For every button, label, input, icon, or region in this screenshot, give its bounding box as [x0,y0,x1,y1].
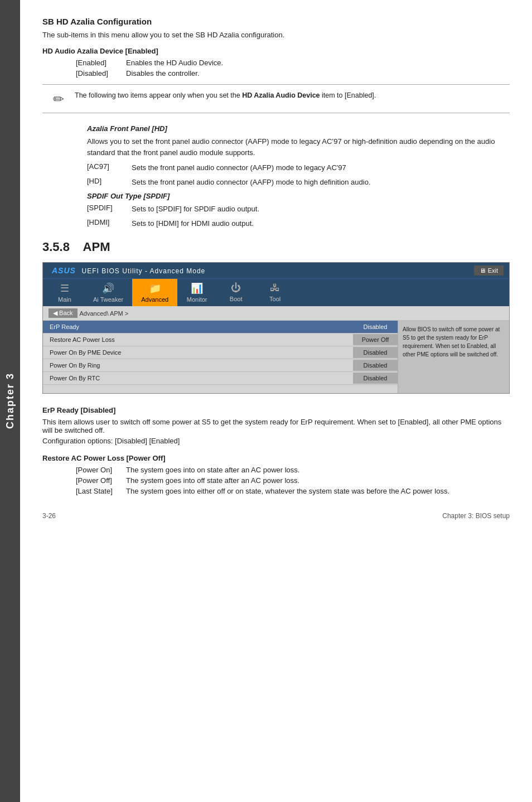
bios-left-panel: ErP Ready Disabled Restore AC Power Loss… [43,321,398,393]
restore-list: [Power On] The system goes into on state… [76,466,510,495]
bios-topbar: ASUS UEFI BIOS Utility - Advanced Mode 🖥… [43,263,509,278]
list-item: [Power Off] The system goes into off sta… [76,476,510,485]
nav-tool-label: Tool [269,296,280,302]
nav-monitor[interactable]: 📊 Monitor [177,279,216,306]
hd-audio-heading: HD Audio Azalia Device [Enabled] [42,47,510,55]
list-item: [HD] Sets the front panel audio connecto… [87,177,510,188]
list-item: [Disabled] Disables the controller. [76,69,510,78]
advanced-icon: 📁 [149,282,161,294]
desc-spdif: Sets to [SPDIF] for SPDIF audio output. [132,204,510,215]
chapter-label: Chapter 3 [4,373,16,429]
term-power-on: [Power On] [76,466,126,474]
nav-advanced-label: Advanced [141,296,168,303]
row-value-erp: Disabled [353,321,398,332]
term-power-off: [Power Off] [76,476,126,485]
nav-boot[interactable]: ⏻ Boot [216,279,255,306]
nav-ai-label: Ai Tweaker [93,296,123,303]
nav-monitor-label: Monitor [187,296,207,303]
bios-nav: ☰ Main 🔊 Ai Tweaker 📁 Advanced 📊 Monitor… [43,278,509,306]
row-value-pme: Disabled [353,347,398,358]
section-number: 3.5.8 [42,240,70,254]
erp-desc1: This item allows user to switch off some… [42,418,510,434]
footer-right: Chapter 3: BIOS setup [442,512,510,520]
term-enabled: [Enabled] [76,59,126,67]
row-value-restore: Power Off [353,334,398,345]
bios-logo: ASUS UEFI BIOS Utility - Advanced Mode [49,267,205,275]
bios-right-panel: Allow BIOS to switch off some power at S… [398,321,509,393]
list-item: [Power On] The system goes into on state… [76,466,510,474]
bios-row-pme[interactable]: Power On By PME Device Disabled [43,346,398,359]
desc-hdmi: Sets to [HDMI] for HDMI audio output. [132,218,510,229]
row-value-ring: Disabled [353,360,398,371]
row-value-rtc: Disabled [353,373,398,384]
footer-left: 3-26 [42,512,56,520]
bios-row-rtc[interactable]: Power On By RTC Disabled [43,372,398,385]
restore-heading: Restore AC Power Loss [Power Off] [42,454,510,462]
desc-hd: Sets the front panel audio connector (AA… [132,177,510,188]
bios-row-restore[interactable]: Restore AC Power Loss Power Off [43,334,398,346]
bios-breadcrumb: ◀ Back Advanced\ APM > [43,306,509,321]
section-number-heading: 3.5.8 APM [42,240,510,254]
nav-main-label: Main [58,296,71,303]
nav-ai-tweaker[interactable]: 🔊 Ai Tweaker [84,279,132,306]
monitor-icon: 🖥 [480,267,486,274]
nav-advanced[interactable]: 📁 Advanced [132,279,177,306]
main-icon: ☰ [60,282,69,294]
row-label-pme: Power On By PME Device [43,346,353,359]
apm-section: 3.5.8 APM ASUS UEFI BIOS Utility - Advan… [42,240,510,495]
desc-power-on: The system goes into on state after an A… [126,466,510,474]
row-label-restore: Restore AC Power Loss [43,334,353,346]
sb-hd-desc: The sub-items in this menu allow you to … [42,31,510,39]
term-disabled: [Disabled] [76,69,126,78]
back-button[interactable]: ◀ Back [49,308,78,318]
ai-tweaker-icon: 🔊 [102,282,114,294]
main-content: SB HD Azalia Configuration The sub-items… [20,0,532,542]
azalia-desc: Allows you to set the front panel audio … [87,136,510,158]
term-spdif: [SPDIF] [87,204,132,215]
bios-title: UEFI BIOS Utility - Advanced Mode [82,267,206,275]
erp-desc2: Configuration options: [Disabled] [Enabl… [42,437,510,445]
azalia-list: [AC97] Sets the front panel audio connec… [87,162,510,187]
sb-hd-title: SB HD Azalia Configuration [42,17,510,26]
list-item: [Last State] The system goes into either… [76,487,510,495]
chapter-sidebar: Chapter 3 [0,0,20,802]
note-text: The following two items appear only when… [75,90,376,101]
list-item: [SPDIF] Sets to [SPDIF] for SPDIF audio … [87,204,510,215]
bios-help-text: Allow BIOS to switch off some power at S… [403,326,500,357]
tool-icon: 🖧 [270,282,280,294]
sb-hd-section: SB HD Azalia Configuration The sub-items… [42,17,510,229]
spdif-heading: SPDIF Out Type [SPDIF] [87,192,510,200]
term-hd: [HD] [87,177,132,188]
monitor-icon: 📊 [191,282,203,294]
erp-section: ErP Ready [Disabled] This item allows us… [42,406,510,445]
breadcrumb-path: Advanced\ APM > [80,310,129,317]
spdif-list: [SPDIF] Sets to [SPDIF] for SPDIF audio … [87,204,510,229]
nav-main[interactable]: ☰ Main [45,279,84,306]
bios-body: ErP Ready Disabled Restore AC Power Loss… [43,321,509,393]
bios-ui: ASUS UEFI BIOS Utility - Advanced Mode 🖥… [42,262,510,394]
note-icon: ✏ [50,91,67,107]
row-label-ring: Power On By Ring [43,359,353,371]
bios-logo-area: ASUS UEFI BIOS Utility - Advanced Mode [49,266,205,275]
section-name: APM [83,240,110,254]
list-item: [Enabled] Enables the HD Audio Device. [76,59,510,67]
nav-boot-label: Boot [230,296,243,302]
bios-row-erp[interactable]: ErP Ready Disabled [43,321,398,334]
desc-power-off: The system goes into off state after an … [126,476,510,485]
list-item: [HDMI] Sets to [HDMI] for HDMI audio out… [87,218,510,229]
boot-icon: ⏻ [231,282,241,294]
azalia-section: Azalia Front Panel [HD] Allows you to se… [87,124,510,229]
bios-row-ring[interactable]: Power On By Ring Disabled [43,359,398,372]
bios-exit-button[interactable]: 🖥 Exit [474,265,504,276]
nav-tool[interactable]: 🖧 Tool [255,279,294,306]
erp-heading: ErP Ready [Disabled] [42,406,510,414]
azalia-heading: Azalia Front Panel [HD] [87,124,510,133]
term-ac97: [AC97] [87,162,132,173]
desc-disabled: Disables the controller. [126,69,510,78]
page-footer: 3-26 Chapter 3: BIOS setup [42,512,510,520]
hd-audio-list: [Enabled] Enables the HD Audio Device. [… [76,59,510,78]
exit-label: Exit [488,267,498,274]
term-last-state: [Last State] [76,487,126,495]
note-box: ✏ The following two items appear only wh… [42,84,510,113]
list-item: [AC97] Sets the front panel audio connec… [87,162,510,173]
